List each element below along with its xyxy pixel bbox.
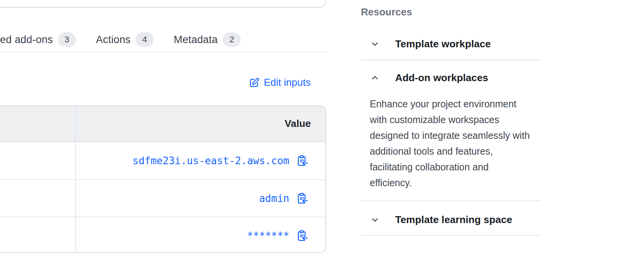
accordion-add-on-workplaces[interactable]: Add-on workplaces xyxy=(361,72,540,84)
table-row: admin xyxy=(0,179,325,217)
detail-tabs: ed add-ons 3 Actions 4 Metadata 2 xyxy=(0,31,241,48)
value-column-header: Value xyxy=(285,118,311,130)
edit-inputs-label: Edit inputs xyxy=(264,77,310,88)
tab-count-badge: 4 xyxy=(136,32,154,47)
copy-value-button[interactable] xyxy=(296,230,308,242)
tab-label: ed add-ons xyxy=(0,34,53,46)
accordion-description: Enhance your project environment with cu… xyxy=(370,96,533,191)
tab-installed-add-ons[interactable]: ed add-ons 3 xyxy=(0,32,76,47)
chevron-down-icon xyxy=(371,216,379,224)
accordion-template-learning-space[interactable]: Template learning space xyxy=(361,214,540,226)
chevron-down-icon xyxy=(371,40,379,48)
top-card-bottom-edge xyxy=(0,0,326,8)
input-value-password-masked: ******* xyxy=(247,230,289,242)
copy-value-button[interactable] xyxy=(296,193,308,204)
table-header-row: Value xyxy=(0,106,325,142)
tab-count-badge: 2 xyxy=(223,32,241,47)
panel-divider xyxy=(361,60,540,60)
table-row: sdfme23i.us-east-2.aws.com xyxy=(0,142,325,179)
tab-actions[interactable]: Actions 4 xyxy=(96,32,154,47)
tabs-divider xyxy=(0,52,326,52)
panel-divider xyxy=(361,235,540,236)
accordion-template-workplace[interactable]: Template workplace xyxy=(361,38,540,50)
copy-value-button[interactable] xyxy=(296,155,308,167)
chevron-up-icon xyxy=(371,74,379,82)
accordion-title: Template learning space xyxy=(395,214,512,226)
accordion-title: Template workplace xyxy=(395,38,491,50)
clipboard-arrow-left-icon xyxy=(296,230,308,242)
inputs-table: Value sdfme23i.us-east-2.aws.com xyxy=(0,105,326,253)
tab-label: Actions xyxy=(96,34,131,46)
input-value-host: sdfme23i.us-east-2.aws.com xyxy=(132,155,289,167)
edit-pencil-icon xyxy=(249,77,260,88)
resources-panel-title: Resources xyxy=(361,6,412,18)
table-column-divider xyxy=(75,106,76,252)
page: ed add-ons 3 Actions 4 Metadata 2 Edit i… xyxy=(0,0,644,280)
tab-count-badge: 3 xyxy=(58,32,76,47)
clipboard-arrow-left-icon xyxy=(296,155,308,167)
table-row: ******* xyxy=(0,217,325,253)
edit-inputs-button[interactable]: Edit inputs xyxy=(249,77,310,88)
tab-metadata[interactable]: Metadata 2 xyxy=(174,32,241,47)
input-value-username: admin xyxy=(259,193,289,204)
tab-label: Metadata xyxy=(174,34,218,46)
accordion-title: Add-on workplaces xyxy=(395,72,488,84)
clipboard-arrow-left-icon xyxy=(296,193,308,204)
panel-divider xyxy=(361,200,540,201)
